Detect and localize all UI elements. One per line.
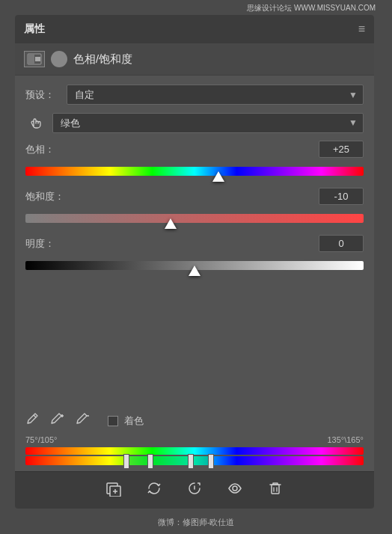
range-labels: 75°/105° 135°\165° [25, 435, 364, 444]
cycle-icon[interactable] [146, 480, 162, 500]
lightness-label: 明度： [25, 237, 55, 251]
preset-row: 预设： 自定 默认值 ▼ [25, 85, 364, 105]
eyedropper-icon[interactable] [25, 412, 39, 429]
target-hand-icon[interactable] [25, 112, 46, 133]
top-watermark: 思缘设计论坛 WWW.MISSYUAN.COM [247, 3, 376, 13]
properties-panel: 属性 ≡ 色相/饱和度 预设： 自定 默认值 ▼ [15, 15, 374, 509]
hue-section: 色相： [25, 141, 364, 182]
hue-slider-track[interactable] [25, 161, 364, 182]
bottom-watermark: 微博：修图师-欧仕道 [158, 517, 235, 528]
svg-rect-13 [272, 485, 279, 494]
saturation-track [25, 214, 364, 223]
delete-icon[interactable] [267, 480, 284, 500]
colorize-checkbox[interactable] [108, 416, 118, 426]
svg-line-3 [34, 415, 36, 417]
svg-point-12 [233, 486, 237, 491]
visibility-icon[interactable] [227, 480, 243, 500]
add-to-canvas-icon[interactable] [105, 480, 122, 500]
hue-rainbow-track [25, 167, 364, 176]
preset-select-wrapper: 自定 默认值 ▼ [67, 85, 364, 105]
reset-icon[interactable] [186, 480, 203, 500]
range-left-label: 75°/105° [25, 435, 57, 444]
saturation-slider-thumb[interactable] [165, 218, 177, 229]
eyedropper-minus-icon[interactable] [76, 412, 90, 429]
bottom-tools: 着色 [15, 406, 374, 432]
channel-select-wrapper: 全图 红色 黄色 绿色 青色 蓝色 洋红 ▼ [52, 113, 364, 133]
main-content: 预设： 自定 默认值 ▼ 全图 红色 黄色 [15, 76, 374, 406]
hue-slider-thumb[interactable] [212, 171, 224, 182]
hue-value[interactable] [319, 141, 364, 158]
range-bar-section: 75°/105° 135°\165° [15, 432, 374, 471]
lightness-slider-thumb[interactable] [189, 266, 200, 276]
range-bottom-bar [25, 456, 364, 465]
svg-rect-2 [35, 57, 40, 61]
lightness-value[interactable] [319, 235, 364, 252]
range-handle-1[interactable] [123, 454, 129, 469]
colorize-label: 着色 [124, 414, 144, 428]
range-right-label: 135°\165° [327, 435, 364, 444]
hue-saturation-icon[interactable] [51, 51, 67, 67]
panel-menu-icon[interactable]: ≡ [358, 22, 365, 36]
hue-label: 色相： [25, 143, 55, 156]
panel-header: 属性 ≡ [15, 15, 374, 43]
preset-label: 预设： [25, 88, 67, 102]
channel-row: 全图 红色 黄色 绿色 青色 蓝色 洋红 ▼ [25, 112, 364, 133]
saturation-slider-track[interactable] [25, 208, 364, 229]
saturation-value[interactable] [319, 188, 364, 205]
saturation-label: 饱和度： [25, 190, 64, 203]
range-top-bar [25, 447, 364, 455]
preset-select[interactable]: 自定 默认值 [67, 85, 364, 105]
layer-icons-row: 色相/饱和度 [15, 43, 374, 76]
layer-title: 色相/饱和度 [73, 52, 132, 67]
lightness-section: 明度： [25, 235, 364, 276]
adjustment-layer-icon [27, 53, 42, 65]
lightness-slider-track[interactable] [25, 255, 364, 276]
saturation-section: 饱和度： [25, 188, 364, 229]
panel-footer [15, 471, 374, 509]
colorize-row: 着色 [108, 414, 144, 428]
range-handle-3[interactable] [188, 454, 194, 469]
channel-select[interactable]: 全图 红色 黄色 绿色 青色 蓝色 洋红 [52, 113, 364, 133]
range-handle-2[interactable] [147, 454, 153, 469]
range-handle-4[interactable] [208, 454, 214, 469]
range-track-container [25, 447, 364, 465]
range-highlight [127, 456, 212, 465]
eyedropper-plus-icon[interactable] [51, 412, 64, 429]
svg-rect-1 [28, 55, 34, 64]
layer-icon-box[interactable] [24, 51, 45, 67]
panel-title: 属性 [24, 22, 45, 36]
